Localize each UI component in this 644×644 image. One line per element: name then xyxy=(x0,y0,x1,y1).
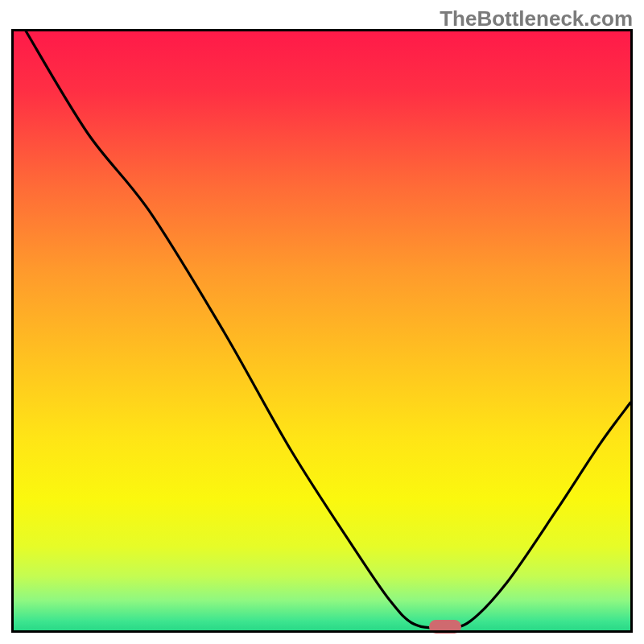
chart-border xyxy=(11,29,633,633)
watermark-text: TheBottleneck.com xyxy=(440,6,633,31)
